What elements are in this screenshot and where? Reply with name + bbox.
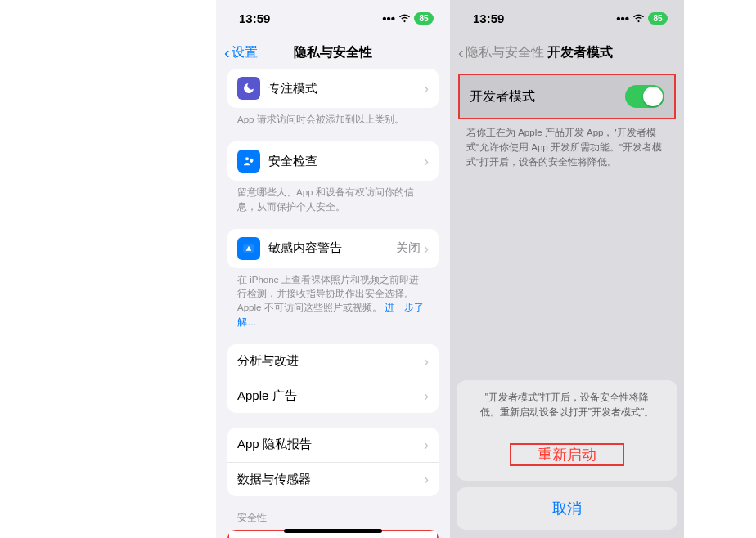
signal-dots-icon: ••• (616, 11, 629, 25)
chevron-right-icon: › (424, 241, 429, 256)
section-header-security: 安全性 (227, 511, 439, 530)
footer-text: 留意哪些人、App 和设备有权访问你的信息，从而保护个人安全。 (227, 181, 439, 214)
nav-bar: ‹ 隐私与安全性 开发者模式 (450, 36, 684, 69)
chevron-left-icon: ‹ (224, 44, 230, 61)
footer-text: App 请求访问时会被添加到以上类别。 (227, 108, 439, 127)
status-bar: 13:59 ••• 85 (216, 0, 450, 36)
chevron-right-icon: › (424, 81, 429, 96)
warning-icon (237, 237, 260, 260)
wifi-icon (398, 11, 411, 25)
row-sensors[interactable]: 数据与传感器 › (227, 462, 439, 496)
left-padding (72, 0, 216, 538)
row-focus-mode[interactable]: 专注模式 › (227, 69, 439, 108)
chevron-right-icon: › (424, 437, 429, 452)
row-safety-check[interactable]: 安全检查 › (227, 141, 439, 181)
row-label: 安全检查 (268, 154, 424, 169)
phone-right: 13:59 ••• 85 ‹ 隐私与安全性 开发者模式 开发者模式 若你正在为 … (450, 0, 684, 538)
row-sensitive-content[interactable]: 敏感内容警告 关闭 › (227, 229, 439, 268)
row-label: 专注模式 (268, 81, 424, 96)
battery-icon: 85 (648, 12, 668, 25)
developer-mode-row-highlight: 开发者模式 (458, 74, 676, 119)
restart-label: 重新启动 (538, 446, 596, 463)
developer-mode-toggle[interactable] (625, 85, 664, 108)
home-indicator[interactable] (284, 529, 382, 533)
row-label: 数据与传感器 (237, 472, 424, 487)
moon-icon (237, 77, 260, 100)
row-label: 敏感内容警告 (268, 240, 396, 256)
sheet-message: "开发者模式"打开后，设备安全性将降低。重新启动设备以打开"开发者模式"。 (457, 380, 677, 428)
footer-text: 若你正在为 Apple 产品开发 App，"开发者模式"允许你使用 App 开发… (450, 119, 684, 169)
back-button[interactable]: ‹ 隐私与安全性 (458, 44, 544, 61)
status-time: 13:59 (239, 11, 270, 25)
nav-bar: ‹ 设置 隐私与安全性 (216, 36, 450, 69)
row-label: 开发者模式 (470, 88, 625, 105)
svg-point-0 (245, 158, 249, 161)
cancel-button[interactable]: 取消 (457, 487, 677, 530)
chevron-right-icon: › (424, 472, 429, 486)
row-label: 分析与改进 (237, 353, 424, 369)
page-title: 开发者模式 (547, 44, 613, 61)
back-label: 隐私与安全性 (466, 44, 544, 61)
action-sheet: "开发者模式"打开后，设备安全性将降低。重新启动设备以打开"开发者模式"。 重新… (457, 380, 677, 530)
status-time: 13:59 (473, 11, 504, 25)
status-bar: 13:59 ••• 85 (450, 0, 684, 36)
row-privacy-report[interactable]: App 隐私报告 › (227, 428, 439, 462)
chevron-right-icon: › (424, 154, 429, 168)
person-shield-icon (237, 150, 260, 173)
battery-icon: 85 (414, 12, 434, 25)
row-label: Apple 广告 (237, 388, 424, 404)
wifi-icon (632, 11, 645, 25)
row-value: 关闭 (396, 240, 421, 256)
chevron-right-icon: › (424, 354, 429, 369)
signal-dots-icon: ••• (382, 11, 395, 25)
row-analytics[interactable]: 分析与改进 › (227, 344, 439, 379)
footer-text: 在 iPhone 上查看裸体照片和视频之前即进行检测，并接收指导协助作出安全选择… (227, 268, 439, 330)
restart-button[interactable]: 重新启动 (457, 428, 677, 481)
row-label: App 隐私报告 (237, 437, 424, 452)
back-label: 设置 (232, 44, 258, 61)
row-developer-mode-toggle: 开发者模式 (460, 75, 674, 118)
chevron-left-icon: ‹ (458, 44, 464, 61)
settings-content[interactable]: 专注模式 › App 请求访问时会被添加到以上类别。 安全检查 › (216, 69, 450, 538)
chevron-right-icon: › (424, 388, 429, 403)
back-button[interactable]: ‹ 设置 (224, 44, 258, 61)
phone-left: 13:59 ••• 85 ‹ 设置 隐私与安全性 (216, 0, 450, 538)
row-apple-ads[interactable]: Apple 广告 › (227, 379, 439, 413)
